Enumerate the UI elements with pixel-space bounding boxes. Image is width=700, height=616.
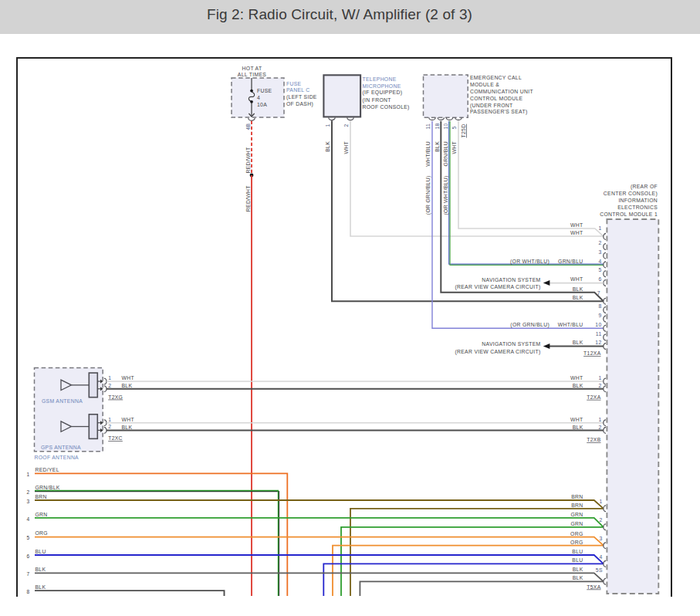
svg-text:1: 1 (598, 225, 601, 231)
svg-text:2: 2 (343, 124, 349, 127)
svg-text:TELEPHONE: TELEPHONE (363, 76, 397, 82)
svg-text:(OR WHT/BLU): (OR WHT/BLU) (443, 176, 449, 215)
svg-text:8: 8 (27, 589, 30, 594)
svg-text:GRN/BLU: GRN/BLU (558, 259, 583, 264)
svg-text:BLK: BLK (36, 567, 46, 572)
svg-text:T2XA: T2XA (587, 394, 600, 400)
svg-text:GSM ANTENNA: GSM ANTENNA (42, 398, 83, 404)
svg-text:(IN FRONT: (IN FRONT (363, 97, 391, 103)
svg-text:MODULE &: MODULE & (470, 82, 499, 87)
svg-text:10: 10 (443, 123, 448, 129)
svg-text:7: 7 (597, 290, 600, 296)
svg-text:NAVIGATION SYSTEM: NAVIGATION SYSTEM (482, 341, 540, 347)
svg-text:5: 5 (598, 267, 601, 272)
svg-text:WHT: WHT (570, 375, 583, 381)
svg-text:BLK: BLK (573, 575, 583, 580)
svg-text:BLK: BLK (573, 340, 583, 345)
svg-text:OF DASH): OF DASH) (286, 101, 313, 107)
svg-text:12: 12 (595, 340, 601, 345)
svg-text:BRN: BRN (36, 494, 47, 499)
svg-text:T2XB: T2XB (587, 437, 600, 442)
svg-text:GRN: GRN (36, 512, 48, 517)
svg-text:2: 2 (108, 424, 111, 429)
svg-text:GPS ANTENNA: GPS ANTENNA (41, 445, 81, 450)
svg-text:1: 1 (325, 124, 330, 127)
svg-text:ELECTRONICS: ELECTRONICS (617, 205, 658, 210)
svg-text:BLU: BLU (572, 549, 583, 554)
svg-text:WHT: WHT (570, 230, 583, 235)
svg-text:ROOF CONSOLE): ROOF CONSOLE) (363, 104, 410, 110)
svg-text:6: 6 (27, 553, 30, 559)
svg-text:BLU: BLU (36, 549, 46, 554)
svg-text:4: 4 (599, 554, 602, 560)
svg-text:10: 10 (595, 322, 601, 327)
svg-text:4: 4 (27, 516, 30, 522)
svg-text:HOT AT: HOT AT (242, 66, 262, 71)
svg-text:GRN/BLU: GRN/BLU (443, 141, 448, 166)
svg-text:9: 9 (598, 313, 601, 318)
svg-text:WHT/BLU: WHT/BLU (558, 322, 583, 327)
svg-text:(REAR VIEW CAMERA CIRCUIT): (REAR VIEW CAMERA CIRCUIT) (455, 284, 540, 290)
svg-text:BLK: BLK (573, 295, 583, 300)
svg-text:PANEL C: PANEL C (286, 87, 310, 93)
svg-text:ROOF ANTENNA: ROOF ANTENNA (35, 455, 79, 460)
svg-text:1: 1 (598, 417, 601, 422)
svg-text:(LEFT SIDE: (LEFT SIDE (286, 94, 317, 100)
svg-text:3: 3 (598, 249, 601, 255)
svg-text:CONTROL MODULE 1: CONTROL MODULE 1 (600, 212, 658, 217)
svg-text:BLK: BLK (325, 141, 330, 152)
svg-text:ORG: ORG (570, 540, 583, 545)
svg-text:GRN: GRN (570, 512, 583, 517)
svg-text:T2XG: T2XG (108, 394, 123, 400)
svg-text:ORG: ORG (36, 530, 48, 536)
svg-text:WHT: WHT (122, 375, 134, 381)
svg-text:(REAR OF: (REAR OF (631, 184, 658, 190)
svg-text:T2XC: T2XC (108, 435, 123, 441)
svg-text:(OR GRN/BLU): (OR GRN/BLU) (425, 176, 431, 215)
svg-text:7: 7 (27, 571, 30, 577)
svg-text:GRN/BLK: GRN/BLK (36, 485, 60, 490)
svg-text:WHT: WHT (570, 276, 583, 282)
svg-text:5: 5 (27, 535, 30, 540)
svg-text:18: 18 (435, 123, 440, 129)
svg-text:BRN: BRN (571, 494, 583, 499)
svg-text:FUSE: FUSE (286, 81, 302, 86)
svg-text:(OR WHT/BLU): (OR WHT/BLU) (510, 259, 550, 265)
svg-text:BLK: BLK (573, 567, 583, 572)
svg-text:NAVIGATION SYSTEM: NAVIGATION SYSTEM (482, 277, 540, 283)
svg-text:(UNDER FRONT: (UNDER FRONT (470, 103, 513, 109)
svg-text:11: 11 (425, 124, 431, 130)
svg-text:WHT: WHT (570, 417, 583, 422)
svg-text:BLU: BLU (572, 557, 583, 563)
svg-text:INFORMATION: INFORMATION (618, 198, 658, 203)
svg-text:2: 2 (108, 383, 111, 388)
svg-text:BLK: BLK (36, 584, 46, 590)
svg-text:RED/WHT: RED/WHT (245, 185, 251, 212)
svg-text:COMMUNICATION UNIT: COMMUNICATION UNIT (470, 89, 533, 94)
svg-text:T5XA: T5XA (587, 584, 600, 590)
svg-text:BLK: BLK (573, 383, 583, 388)
svg-text:RED/WHT: RED/WHT (245, 147, 251, 174)
svg-text:WHT: WHT (343, 141, 349, 154)
svg-text:1: 1 (27, 472, 30, 477)
svg-text:2: 2 (27, 489, 30, 495)
svg-text:11: 11 (596, 331, 602, 337)
svg-text:1: 1 (108, 375, 111, 381)
svg-text:CONTROL MODULE: CONTROL MODULE (470, 96, 523, 101)
svg-text:4B: 4B (245, 123, 251, 130)
svg-text:BLK: BLK (435, 141, 440, 152)
svg-text:FUSE: FUSE (257, 88, 272, 93)
svg-text:(OR GRN/BLU): (OR GRN/BLU) (510, 322, 550, 328)
svg-text:2: 2 (599, 517, 602, 523)
svg-text:T12XA: T12XA (583, 350, 601, 356)
svg-text:2: 2 (598, 240, 601, 245)
svg-text:(IF EQUIPPED): (IF EQUIPPED) (363, 90, 403, 96)
svg-text:WHT/BLU: WHT/BLU (425, 141, 431, 167)
svg-text:CENTER CONSOLE): CENTER CONSOLE) (604, 191, 658, 197)
svg-text:4: 4 (257, 95, 260, 100)
svg-text:GRN: GRN (570, 521, 583, 526)
svg-text:8: 8 (598, 303, 601, 309)
svg-text:1: 1 (599, 499, 602, 504)
svg-text:(REAR VIEW CAMERA CIRCUIT): (REAR VIEW CAMERA CIRCUIT) (455, 349, 540, 355)
svg-text:3: 3 (599, 536, 602, 541)
